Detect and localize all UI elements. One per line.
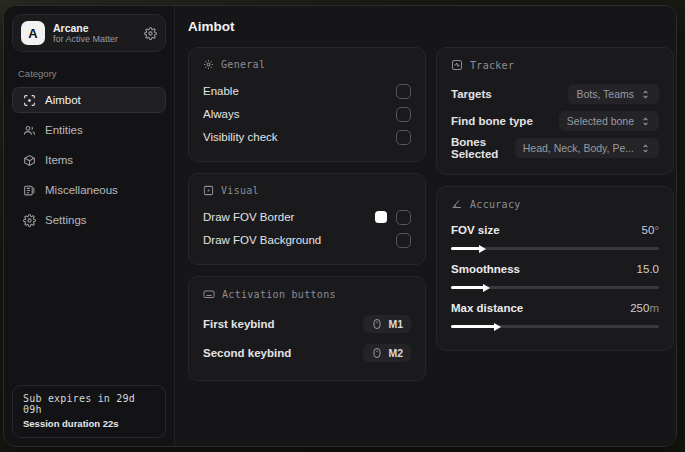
slider-value: 50 <box>642 224 655 236</box>
setting-row-first-keybind: First keybind M1 <box>203 310 411 338</box>
slider-thumb[interactable] <box>494 323 501 331</box>
setting-row-visibility-check: Visibility check <box>203 126 411 148</box>
app-name: Arcane <box>53 22 136 34</box>
sidebar-item-label: Miscellaneous <box>45 184 118 196</box>
sidebar-nav: Aimbot Entities Items Miscellaneous <box>12 87 166 233</box>
visual-card: Visual Draw FOV Border Draw FOV Backgrou… <box>188 173 426 265</box>
app-subtitle: for Active Matter <box>53 34 136 44</box>
sidebar-item-settings[interactable]: Settings <box>12 207 166 233</box>
sidebar-item-miscellaneous[interactable]: Miscellaneous <box>12 177 166 203</box>
setting-label: Draw FOV Border <box>203 211 375 223</box>
mouse-icon <box>371 318 383 330</box>
section-title: Tracker <box>470 60 514 71</box>
dropdown-value: Head, Neck, Body, Pe... <box>523 142 634 154</box>
setting-label: First keybind <box>203 318 363 330</box>
setting-row-draw-fov-background: Draw FOV Background <box>203 229 411 251</box>
setting-row-targets: Targets Bots, Teams <box>451 81 659 107</box>
users-icon <box>23 124 36 137</box>
section-title: Visual <box>221 185 259 196</box>
sidebar-item-items[interactable]: Items <box>12 147 166 173</box>
slider-unit: ° <box>654 224 659 236</box>
keyboard-icon <box>203 288 215 300</box>
activity-icon <box>451 59 463 71</box>
slider-value: 15.0 <box>637 263 659 275</box>
page-title: Aimbot <box>188 19 674 34</box>
category-label: Category <box>18 68 166 79</box>
setting-label: Targets <box>451 88 568 100</box>
setting-row-find-bone-type: Find bone type Selected bone <box>451 108 659 134</box>
smoothness-slider-group: Smoothness 15.0 <box>451 259 659 289</box>
setting-row-always: Always <box>203 103 411 125</box>
visibility-check-checkbox[interactable] <box>396 130 411 145</box>
setting-row-bones-selected: Bones Selected Head, Neck, Body, Pe... <box>451 135 659 161</box>
general-card: General Enable Always Visibility check <box>188 47 426 162</box>
slider-fill <box>451 247 480 250</box>
angle-icon <box>451 198 463 210</box>
dropdown-value: Bots, Teams <box>576 88 634 100</box>
fov-border-color-swatch[interactable] <box>375 211 387 223</box>
draw-fov-border-checkbox[interactable] <box>396 210 411 225</box>
expand-icon <box>640 143 651 154</box>
frame-icon <box>203 185 214 196</box>
sidebar-item-label: Entities <box>45 124 83 136</box>
bones-selected-dropdown[interactable]: Head, Neck, Body, Pe... <box>515 138 659 158</box>
setting-label: Draw FOV Background <box>203 234 396 246</box>
sidebar-item-entities[interactable]: Entities <box>12 117 166 143</box>
slider-thumb[interactable] <box>479 245 486 253</box>
enable-checkbox[interactable] <box>396 84 411 99</box>
general-card-header: General <box>203 59 411 70</box>
session-duration-text: Session duration 22s <box>23 418 155 429</box>
setting-label: Visibility check <box>203 131 396 143</box>
fov-size-slider[interactable] <box>451 247 659 250</box>
list-icon <box>23 184 36 197</box>
gear-icon[interactable] <box>144 27 157 40</box>
targets-dropdown[interactable]: Bots, Teams <box>568 84 659 104</box>
slider-fill <box>451 325 495 328</box>
setting-label: Enable <box>203 85 396 97</box>
keybind-value: M1 <box>388 318 403 330</box>
visual-card-header: Visual <box>203 185 411 196</box>
left-column: General Enable Always Visibility check <box>188 47 426 381</box>
first-keybind-button[interactable]: M1 <box>363 315 411 333</box>
sidebar-item-aimbot[interactable]: Aimbot <box>12 87 166 113</box>
draw-fov-background-checkbox[interactable] <box>396 233 411 248</box>
cube-icon <box>23 154 36 167</box>
max-distance-slider[interactable] <box>451 325 659 328</box>
brand-card: A Arcane for Active Matter <box>12 14 166 52</box>
tracker-card-header: Tracker <box>451 59 659 71</box>
section-title: Activation buttons <box>222 289 336 300</box>
crosshair-icon <box>23 94 36 107</box>
tracker-card: Tracker Targets Bots, Teams Find bone ty… <box>436 47 674 175</box>
dropdown-value: Selected bone <box>567 115 634 127</box>
always-checkbox[interactable] <box>396 107 411 122</box>
slider-label: FOV size <box>451 224 642 236</box>
setting-label: Bones Selected <box>451 136 515 160</box>
second-keybind-button[interactable]: M2 <box>363 344 411 362</box>
smoothness-slider[interactable] <box>451 286 659 289</box>
activation-buttons-card: Activation buttons First keybind M1 Seco… <box>188 276 426 381</box>
slider-label: Smoothness <box>451 263 637 275</box>
find-bone-type-dropdown[interactable]: Selected bone <box>559 111 659 131</box>
activation-card-header: Activation buttons <box>203 288 411 300</box>
expand-icon <box>640 89 651 100</box>
accuracy-card: Accuracy FOV size 50° Smoothness <box>436 186 674 351</box>
app-logo: A <box>21 21 45 45</box>
sidebar-item-label: Items <box>45 154 73 166</box>
sidebar-item-label: Aimbot <box>45 94 81 106</box>
expand-icon <box>640 116 651 127</box>
main-content: Aimbot General Enable Alw <box>174 6 677 446</box>
slider-unit: m <box>649 302 659 314</box>
keybind-value: M2 <box>388 347 403 359</box>
sub-expires-text: Sub expires in 29d 09h <box>23 393 155 415</box>
subscription-status-card: Sub expires in 29d 09h Session duration … <box>12 385 166 438</box>
accuracy-card-header: Accuracy <box>451 198 659 210</box>
section-title: General <box>221 59 265 70</box>
app-window: A Arcane for Active Matter Category Aimb… <box>3 5 677 447</box>
slider-thumb[interactable] <box>483 284 490 292</box>
mouse-icon <box>371 347 383 359</box>
setting-label: Always <box>203 108 396 120</box>
section-title: Accuracy <box>470 199 521 210</box>
right-column: Tracker Targets Bots, Teams Find bone ty… <box>436 47 674 351</box>
setting-row-draw-fov-border: Draw FOV Border <box>203 206 411 228</box>
slider-value: 250 <box>630 302 649 314</box>
